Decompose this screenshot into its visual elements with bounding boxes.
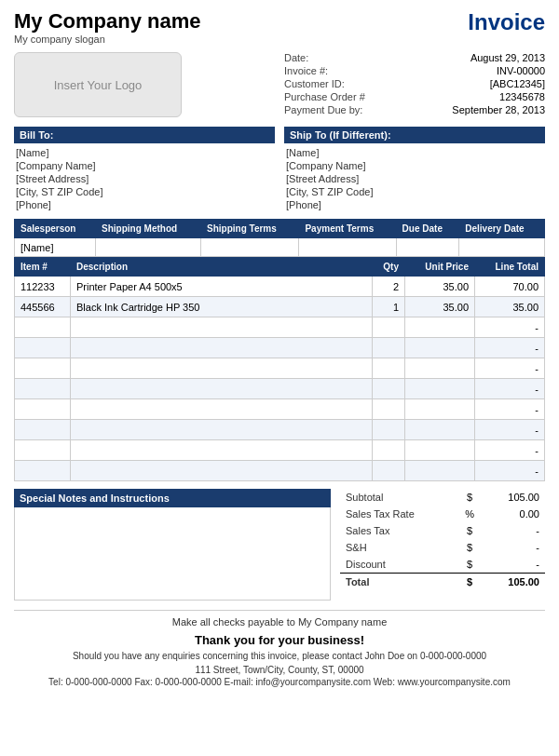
discount-row: Discount $ -	[340, 556, 545, 574]
footer-enquiry: Should you have any enquiries concerning…	[14, 651, 545, 661]
col-description: Description	[71, 258, 373, 277]
bill-to-block: Bill To: [Name] [Company Name] [Street A…	[14, 127, 275, 211]
invoice-num-label: Invoice #:	[284, 65, 396, 76]
payment-terms-value	[299, 238, 396, 257]
subtotal-value: 105.00	[480, 489, 545, 506]
company-name: My Company name	[14, 9, 201, 34]
table-row: -	[15, 440, 545, 461]
salesperson-value: [Name]	[15, 238, 96, 257]
tax-rate-label: Sales Tax Rate	[340, 506, 459, 522]
table-row: -	[15, 420, 545, 440]
delivery-date-value	[459, 238, 545, 257]
col-shipping-method: Shipping Method	[96, 220, 201, 238]
purchase-order-label: Purchase Order #	[284, 91, 396, 102]
bill-to-phone: [Phone]	[14, 198, 275, 211]
bill-to-name: [Name]	[14, 146, 275, 159]
meta-purchase-order-row: Purchase Order # 12345678	[284, 91, 545, 102]
sh-symbol: $	[459, 539, 480, 556]
purchase-order-value: 12345678	[424, 91, 545, 102]
notes-header: Special Notes and Instructions	[14, 489, 331, 507]
ship-to-street: [Street Address]	[284, 172, 545, 185]
company-slogan: My company slogan	[14, 34, 201, 45]
col-delivery-date: Delivery Date	[459, 220, 545, 238]
order-info-table: Salesperson Shipping Method Shipping Ter…	[14, 219, 545, 257]
special-notes-block: Special Notes and Instructions	[14, 489, 331, 601]
invoice-num-value: INV-00000	[424, 65, 545, 76]
customer-id-label: Customer ID:	[284, 78, 396, 89]
total-row: Total $ 105.00	[340, 574, 545, 591]
table-row: -	[15, 358, 545, 379]
sales-tax-value: -	[480, 522, 545, 539]
total-value: 105.00	[480, 574, 545, 591]
date-value: August 29, 2013	[424, 52, 545, 63]
col-line-total: Line Total	[475, 258, 545, 277]
meta-payment-due-row: Payment Due by: September 28, 2013	[284, 104, 545, 115]
logo-placeholder: Insert Your Logo	[14, 52, 182, 117]
footer-thankyou: Thank you for your business!	[14, 633, 545, 647]
ship-to-phone: [Phone]	[284, 198, 545, 211]
sales-tax-symbol: $	[459, 522, 480, 539]
bill-to-header: Bill To:	[14, 127, 275, 143]
col-qty: Qty	[373, 258, 405, 277]
bill-to-company: [Company Name]	[14, 159, 275, 172]
tax-rate-symbol: %	[459, 506, 480, 522]
payment-due-label: Payment Due by:	[284, 104, 396, 115]
col-due-date: Due Date	[396, 220, 459, 238]
invoice-meta: Date: August 29, 2013 Invoice #: INV-000…	[284, 52, 545, 117]
totals-table: Subtotal $ 105.00 Sales Tax Rate % 0.00 …	[340, 489, 545, 590]
invoice-title: Invoice	[468, 9, 545, 35]
table-row: -	[15, 338, 545, 358]
tax-rate-row: Sales Tax Rate % 0.00	[340, 506, 545, 522]
total-symbol: $	[459, 574, 480, 591]
shipping-method-value	[96, 238, 201, 257]
sales-tax-row: Sales Tax $ -	[340, 522, 545, 539]
payment-due-value: September 28, 2013	[424, 104, 545, 115]
table-row: -	[15, 461, 545, 481]
col-shipping-terms: Shipping Terms	[201, 220, 299, 238]
totals-block: Subtotal $ 105.00 Sales Tax Rate % 0.00 …	[340, 489, 545, 601]
due-date-value	[396, 238, 459, 257]
tax-rate-value: 0.00	[480, 506, 545, 522]
customer-id-value: [ABC12345]	[424, 78, 545, 89]
table-row: -	[15, 399, 545, 420]
subtotal-row: Subtotal $ 105.00	[340, 489, 545, 506]
ship-to-company: [Company Name]	[284, 159, 545, 172]
col-item-num: Item #	[15, 258, 71, 277]
ship-to-header: Ship To (If Different):	[284, 127, 545, 143]
shipping-terms-value	[201, 238, 299, 257]
meta-invoice-num-row: Invoice #: INV-00000	[284, 65, 545, 76]
divider	[14, 610, 545, 611]
table-row: 112233Printer Paper A4 500x5235.0070.00	[15, 277, 545, 297]
address-row: Bill To: [Name] [Company Name] [Street A…	[14, 127, 545, 211]
ship-to-block: Ship To (If Different): [Name] [Company …	[284, 127, 545, 211]
subtotal-label: Subtotal	[340, 489, 459, 506]
order-info-row: [Name]	[15, 238, 545, 257]
sh-label: S&H	[340, 539, 459, 556]
meta-date-row: Date: August 29, 2013	[284, 52, 545, 63]
col-unit-price: Unit Price	[405, 258, 475, 277]
logo-meta-row: Insert Your Logo Date: August 29, 2013 I…	[14, 52, 545, 117]
company-info: My Company name My company slogan	[14, 9, 201, 45]
date-label: Date:	[284, 52, 396, 63]
col-salesperson: Salesperson	[15, 220, 96, 238]
discount-label: Discount	[340, 556, 459, 574]
col-payment-terms: Payment Terms	[299, 220, 396, 238]
discount-symbol: $	[459, 556, 480, 574]
ship-to-city: [City, ST ZIP Code]	[284, 185, 545, 198]
bill-to-city: [City, ST ZIP Code]	[14, 185, 275, 198]
notes-body	[14, 507, 331, 601]
footer-checks: Make all checks payable to My Company na…	[14, 616, 545, 628]
table-row: -	[15, 317, 545, 338]
total-label: Total	[340, 574, 459, 591]
sh-value: -	[480, 539, 545, 556]
table-row: 445566Black Ink Cartridge HP 350135.0035…	[15, 297, 545, 317]
footer-contact: Tel: 0-000-000-0000 Fax: 0-000-000-0000 …	[14, 677, 545, 687]
ship-to-name: [Name]	[284, 146, 545, 159]
table-row: -	[15, 379, 545, 399]
sh-row: S&H $ -	[340, 539, 545, 556]
discount-value: -	[480, 556, 545, 574]
sales-tax-label: Sales Tax	[340, 522, 459, 539]
subtotal-symbol: $	[459, 489, 480, 506]
items-table: Item # Description Qty Unit Price Line T…	[14, 257, 545, 481]
bottom-section: Special Notes and Instructions Subtotal …	[14, 489, 545, 601]
